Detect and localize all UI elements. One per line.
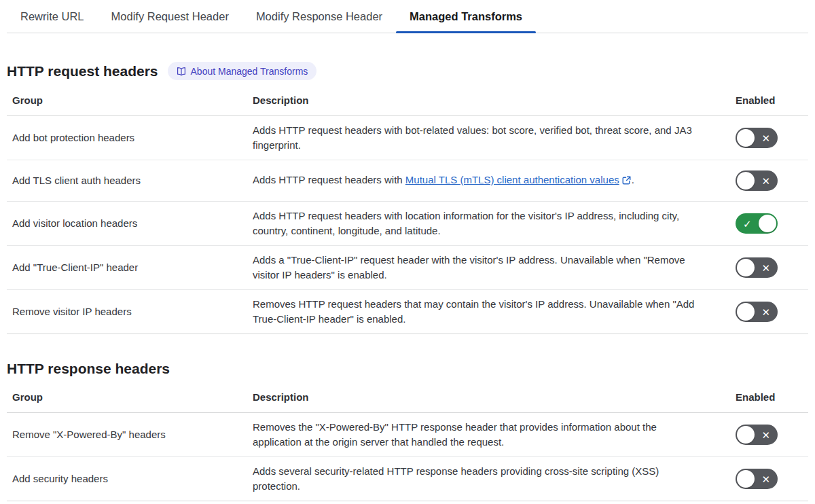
- tab-managed-transforms[interactable]: Managed Transforms: [396, 0, 536, 33]
- check-icon: ✓: [743, 219, 752, 229]
- response-headers-title: HTTP response headers: [7, 360, 170, 377]
- row-description: Adds several security-related HTTP respo…: [253, 457, 727, 501]
- toggle-add-true-client-ip-header[interactable]: ✕: [736, 257, 778, 278]
- request-headers-section-header: HTTP request headers About Managed Trans…: [7, 62, 808, 80]
- x-icon: ✕: [761, 176, 770, 186]
- external-link-icon: [622, 175, 631, 187]
- table-row: Remove visitor IP headersRemoves HTTP re…: [7, 290, 808, 334]
- x-icon: ✕: [761, 430, 770, 440]
- toggle-add-visitor-location-headers[interactable]: ✓: [736, 213, 778, 234]
- description-link[interactable]: Mutual TLS (mTLS) client authentication …: [405, 174, 619, 185]
- row-description: Adds HTTP request headers with location …: [253, 202, 727, 245]
- tab-modify-request-header[interactable]: Modify Request Header: [98, 0, 242, 33]
- tab-modify-response-header[interactable]: Modify Response Header: [242, 0, 396, 33]
- row-enabled-cell: ✕: [727, 418, 808, 452]
- toggle-knob: [737, 172, 755, 190]
- book-icon: [177, 67, 186, 76]
- tab-rewrite-url[interactable]: Rewrite URL: [7, 0, 98, 33]
- tab-bar: Rewrite URL Modify Request Header Modify…: [7, 0, 808, 33]
- table-header-row: Group Description Enabled: [7, 90, 808, 116]
- toggle-knob: [737, 470, 755, 488]
- toggle-knob: [737, 129, 755, 147]
- row-group-label: Add TLS client auth headers: [7, 166, 253, 195]
- toggle-knob: [737, 426, 755, 444]
- table-row: Add security headersAdds several securit…: [7, 457, 808, 501]
- response-headers-table: Group Description Enabled Remove "X-Powe…: [7, 386, 808, 501]
- table-row: Add TLS client auth headersAdds HTTP req…: [7, 160, 808, 202]
- x-icon: ✕: [761, 307, 770, 317]
- table-row: Add bot protection headersAdds HTTP requ…: [7, 116, 808, 160]
- toggle-add-tls-client-auth-headers[interactable]: ✕: [736, 170, 778, 191]
- row-description: Removes the "X-Powered-By" HTTP response…: [253, 413, 727, 456]
- table-row: Add "True-Client-IP" headerAdds a "True-…: [7, 246, 808, 290]
- x-icon: ✕: [761, 263, 770, 273]
- request-headers-title: HTTP request headers: [7, 62, 158, 79]
- toggle-remove-x-powered-by-headers[interactable]: ✕: [736, 425, 778, 445]
- row-enabled-cell: ✕: [727, 251, 808, 285]
- row-description: Adds HTTP request headers with Mutual TL…: [253, 166, 727, 196]
- toggle-knob: [737, 303, 755, 321]
- response-headers-section-header: HTTP response headers: [7, 360, 808, 377]
- row-description: Adds HTTP request headers with bot-relat…: [253, 116, 727, 160]
- x-icon: ✕: [761, 474, 770, 484]
- row-enabled-cell: ✕: [727, 295, 808, 329]
- column-header-description: Description: [253, 386, 727, 412]
- row-group-label: Add bot protection headers: [7, 124, 253, 152]
- row-group-label: Remove visitor IP headers: [7, 298, 253, 326]
- row-enabled-cell: ✕: [727, 164, 808, 198]
- toggle-knob: [759, 215, 776, 232]
- column-header-enabled: Enabled: [727, 90, 808, 115]
- row-enabled-cell: ✓: [727, 206, 808, 240]
- toggle-knob: [737, 259, 755, 276]
- column-header-group: Group: [7, 386, 253, 412]
- row-description: Removes HTTP request headers that may co…: [253, 290, 727, 334]
- table-row: Add visitor location headersAdds HTTP re…: [7, 202, 808, 246]
- column-header-enabled: Enabled: [727, 386, 808, 412]
- toggle-add-security-headers[interactable]: ✕: [736, 469, 778, 489]
- row-group-label: Remove "X-Powered-By" headers: [7, 420, 253, 449]
- row-enabled-cell: ✕: [727, 462, 808, 496]
- badge-label: About Managed Transforms: [191, 67, 308, 76]
- row-enabled-cell: ✕: [727, 121, 808, 155]
- table-row: Remove "X-Powered-By" headersRemoves the…: [7, 413, 808, 457]
- request-headers-table: Group Description Enabled Add bot protec…: [7, 90, 808, 334]
- table-header-row: Group Description Enabled: [7, 386, 808, 413]
- row-group-label: Add visitor location headers: [7, 209, 253, 238]
- row-group-label: Add "True-Client-IP" header: [7, 253, 253, 282]
- row-description: Adds a "True-Client-IP" request header w…: [253, 246, 727, 289]
- x-icon: ✕: [761, 133, 770, 143]
- column-header-description: Description: [253, 90, 727, 115]
- about-managed-transforms-link[interactable]: About Managed Transforms: [168, 62, 317, 80]
- row-group-label: Add security headers: [7, 465, 253, 493]
- toggle-add-bot-protection-headers[interactable]: ✕: [736, 128, 778, 148]
- column-header-group: Group: [7, 90, 253, 115]
- toggle-remove-visitor-ip-headers[interactable]: ✕: [736, 302, 778, 322]
